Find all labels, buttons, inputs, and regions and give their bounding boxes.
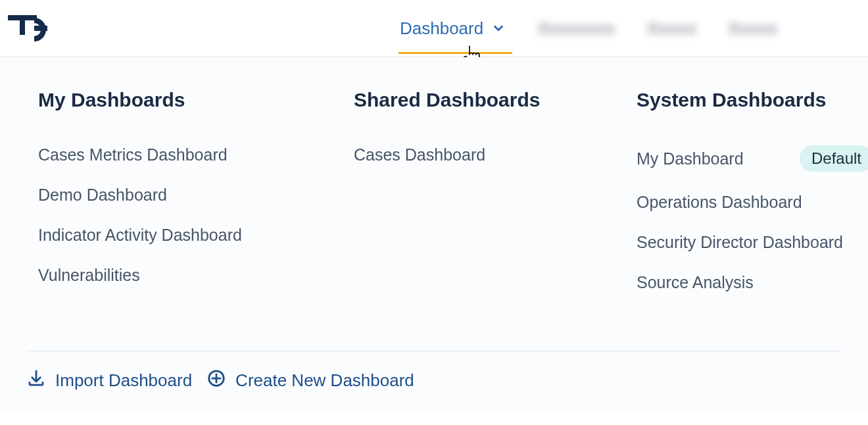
dashboard-item[interactable]: Source Analysis: [637, 262, 868, 303]
nav-dashboard[interactable]: Dashboard: [400, 0, 506, 57]
default-badge: Default: [800, 145, 868, 172]
my-dashboards-column: My Dashboards Cases Metrics Dashboard De…: [38, 89, 301, 303]
chevron-down-icon: [491, 21, 506, 36]
dashboard-item[interactable]: Security Director Dashboard: [637, 222, 868, 262]
dashboard-item-label: Source Analysis: [637, 273, 754, 292]
dashboard-item-label: Operations Dashboard: [637, 193, 802, 212]
top-nav-bar: Dashboard Xxxxxxxx Xxxxx Xxxxx: [0, 0, 868, 57]
dropdown-footer: Import Dashboard Create New Dashboard: [26, 351, 842, 393]
dashboard-item-label: Security Director Dashboard: [637, 233, 843, 252]
dashboard-item[interactable]: Demo Dashboard: [38, 175, 301, 215]
dashboard-item[interactable]: Operations Dashboard: [637, 182, 868, 222]
svg-rect-0: [8, 15, 37, 20]
main-nav: Dashboard Xxxxxxxx Xxxxx Xxxxx: [400, 0, 777, 57]
dashboard-item[interactable]: My Dashboard Default: [637, 135, 868, 182]
dashboard-item[interactable]: Indicator Activity Dashboard: [38, 215, 301, 255]
system-dashboards-column: System Dashboards My Dashboard Default O…: [637, 89, 868, 303]
dashboard-item[interactable]: Cases Metrics Dashboard: [38, 135, 301, 175]
system-dashboards-heading: System Dashboards: [637, 89, 868, 111]
import-dashboard-button[interactable]: Import Dashboard: [26, 368, 192, 393]
dashboard-item-label: Vulnerabilities: [38, 266, 140, 285]
create-dashboard-button[interactable]: Create New Dashboard: [206, 368, 414, 393]
dashboard-dropdown-panel: My Dashboards Cases Metrics Dashboard De…: [0, 57, 868, 413]
dashboard-item-label: Cases Metrics Dashboard: [38, 145, 228, 164]
nav-blurred-item[interactable]: Xxxxxxxx: [537, 18, 615, 39]
app-logo: [8, 15, 59, 41]
nav-blurred-item[interactable]: Xxxxx: [728, 18, 777, 39]
footer-divider: [26, 351, 842, 351]
dashboard-item[interactable]: Cases Dashboard: [354, 135, 584, 175]
dashboard-item-label: Indicator Activity Dashboard: [38, 226, 242, 245]
svg-rect-2: [34, 26, 47, 31]
download-icon: [26, 368, 46, 393]
import-dashboard-label: Import Dashboard: [55, 370, 192, 391]
svg-rect-1: [20, 20, 25, 35]
dashboard-item-label: Cases Dashboard: [354, 145, 485, 164]
dashboard-item-label: Demo Dashboard: [38, 186, 167, 205]
plus-circle-icon: [206, 368, 226, 393]
my-dashboards-heading: My Dashboards: [38, 89, 301, 111]
dashboard-item-label: My Dashboard: [637, 149, 744, 168]
shared-dashboards-column: Shared Dashboards Cases Dashboard: [354, 89, 584, 303]
create-dashboard-label: Create New Dashboard: [235, 370, 414, 391]
dashboard-item[interactable]: Vulnerabilities: [38, 255, 301, 295]
nav-blurred-item[interactable]: Xxxxx: [647, 18, 696, 39]
nav-dashboard-label: Dashboard: [400, 18, 483, 39]
shared-dashboards-heading: Shared Dashboards: [354, 89, 584, 111]
